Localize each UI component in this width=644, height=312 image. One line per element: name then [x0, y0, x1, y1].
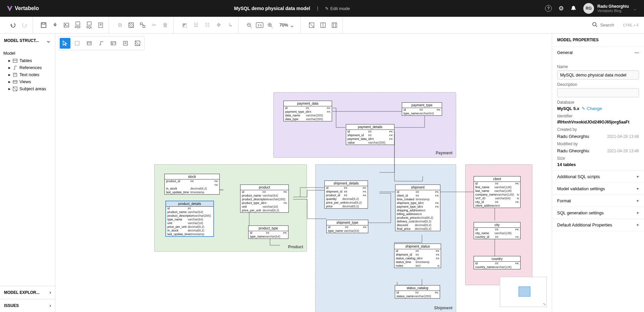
pattern2-icon[interactable] [138, 20, 147, 30]
table-status_catalog[interactable]: status_catalogidintPKstatus_namevarchar(… [395, 285, 440, 299]
table-client[interactable]: clientidintPKfirst_namevarchar(128)last_… [474, 176, 521, 208]
table-header: shipment [395, 185, 440, 190]
change-link[interactable]: Change [587, 106, 602, 111]
toolbar: ⚘ PDF SQL ⧉ ✂ 🗑︎ ◩ ☱ ☷ ❖ ↳ 1:1 70% ⌄ CTR… [0, 17, 644, 34]
table-column: shipping_addresstext [395, 209, 440, 212]
select-tool[interactable] [60, 38, 70, 49]
add-reference-tool[interactable] [96, 38, 107, 49]
delete-icon[interactable]: 🗑︎ [161, 20, 170, 30]
description-input[interactable] [557, 88, 639, 97]
table-header: payment_data [284, 101, 332, 106]
table-city[interactable]: cityidintPKcity_namevarchar(128)country_… [474, 222, 521, 239]
table-shipment[interactable]: shipmentidintPKclient_idintFKtime_create… [395, 185, 440, 231]
add-note-tool[interactable] [120, 38, 131, 49]
table-shipment_status[interactable]: shipment_statusidintPKshipment_idintFKst… [394, 244, 441, 268]
expand-icon: ▸ [8, 79, 11, 84]
route-icon[interactable]: ↳ [225, 20, 235, 30]
table-column: product_idintFK [325, 194, 368, 197]
area-icon [13, 87, 17, 91]
table-country[interactable]: countryidintPKcountry_namevarchar(128) [474, 256, 521, 269]
logo[interactable]: Vertabelo [7, 5, 39, 11]
svg-rect-46 [123, 41, 127, 45]
document-icon[interactable] [96, 20, 105, 30]
add-area-tool[interactable] [132, 38, 143, 49]
table-column: idintPK [474, 182, 520, 186]
tree-root[interactable]: Model [3, 49, 52, 57]
minimap[interactable]: ⤡ [500, 277, 547, 307]
table-column: product_descriptionvarchar(255) [166, 214, 213, 218]
format-section[interactable]: Format+ [552, 195, 644, 207]
issues-header[interactable]: ISSUES› [0, 299, 55, 312]
table-product_details[interactable]: product_detailsidintproduct_namevarchar(… [165, 201, 214, 237]
sql-button[interactable]: SQL [85, 20, 94, 30]
table-column: product_descriptionvarchar(255) [240, 198, 288, 201]
zoom-in-button[interactable] [265, 20, 275, 30]
table-shipment_type[interactable]: shipment_typeidintPKtype_namevarchar(64) [326, 220, 368, 233]
bell-icon[interactable]: 🔔︎ [571, 5, 577, 12]
align1-icon[interactable]: ◩ [180, 20, 189, 30]
zoom-out-button[interactable] [245, 20, 254, 30]
tree-views[interactable]: ▸Views [3, 78, 52, 85]
edit-mode-button[interactable]: ✎ Edit mode [325, 6, 350, 11]
kebab-icon[interactable]: ⋮ [315, 6, 320, 11]
table-payment_data[interactable]: payment_dataidintPKpayment_type_idintFKd… [283, 101, 332, 121]
table-product[interactable]: productidintPKproduct_namevarchar(64)pro… [240, 185, 289, 213]
marquee-tool[interactable] [72, 38, 83, 49]
tree-tables[interactable]: ▸Tables [3, 57, 52, 64]
view2-icon[interactable] [318, 20, 328, 30]
model-structure-header[interactable]: MODEL STRUCT...⌄ [0, 34, 55, 48]
zoom-fit-button[interactable]: 1:1 [256, 22, 263, 28]
sql-scripts-section[interactable]: Additional SQL scripts+ [552, 171, 644, 183]
add-table-tool[interactable] [84, 38, 95, 49]
save-icon[interactable] [39, 20, 48, 30]
align2-icon[interactable]: ☱ [191, 20, 201, 30]
default-props-section[interactable]: Default Additional Properties+ [552, 219, 644, 231]
table-stock[interactable]: stockproduct_idintPK FKin_stockdecimal(8… [164, 174, 220, 195]
table-column: data_namevarchar(255) [284, 114, 332, 117]
table-payment_type[interactable]: payment_typeidintPKtype_namevarchar(64) [402, 102, 442, 116]
sql-gen-section[interactable]: SQL generation settings+ [552, 207, 644, 219]
plus-icon: + [636, 186, 639, 191]
layers-icon[interactable]: ❖ [214, 20, 223, 30]
svg-rect-13 [140, 23, 142, 25]
plus-icon: + [636, 210, 639, 215]
zoom-dropdown[interactable]: 70% ⌄ [277, 21, 297, 29]
align3-icon[interactable]: ☷ [203, 20, 212, 30]
validation-section[interactable]: Model validation settings+ [552, 183, 644, 195]
copy-icon[interactable]: ⧉ [115, 20, 124, 30]
search-input[interactable] [600, 22, 620, 28]
table-product_type[interactable]: product_typeidintPKtype_namevarchar(64) [248, 225, 288, 239]
table-column: type_namevarchar(64) [249, 235, 288, 239]
user-menu[interactable]: RG Radu Gheorghiu Vertabelo Blog ⌄ [583, 3, 637, 14]
name-input[interactable] [557, 70, 639, 80]
help-icon[interactable]: ? [545, 5, 552, 12]
pattern1-icon[interactable] [126, 20, 136, 30]
table-shipment_details[interactable]: shipment_detailsidintPKshipment_idintFKp… [324, 180, 368, 209]
general-section[interactable]: General— [552, 47, 644, 58]
canvas[interactable]: Payment Product Shipment Client [55, 34, 552, 312]
undo-button[interactable] [8, 20, 18, 30]
redo-button[interactable] [20, 20, 29, 30]
resize-icon[interactable]: ⤡ [543, 302, 546, 306]
pdf-button[interactable]: PDF [73, 20, 83, 30]
cut-icon[interactable]: ✂ [149, 20, 159, 30]
table-payment_details[interactable]: payment_detailsidintPKshipment_idintFKpa… [346, 124, 394, 145]
share-icon[interactable]: ⚘ [50, 20, 60, 30]
expand-icon: ▸ [8, 72, 11, 77]
svg-rect-40 [75, 41, 79, 45]
add-view-tool[interactable] [108, 38, 119, 49]
tree-areas[interactable]: ▸Subject areas [3, 85, 52, 92]
model-explorer-header[interactable]: MODEL EXPLOR...› [0, 286, 55, 299]
view1-icon[interactable] [307, 20, 316, 30]
table-column: delivery_costdecimal(8,2) [395, 220, 440, 223]
tree-references[interactable]: ▸References [3, 64, 52, 71]
image-icon[interactable] [62, 20, 71, 30]
avatar: RG [583, 3, 594, 14]
view3-icon[interactable] [330, 20, 339, 30]
gear-icon[interactable]: ⚙ [558, 5, 564, 12]
tree-textnotes[interactable]: ▸Text notes [3, 71, 52, 78]
svg-rect-14 [143, 25, 145, 28]
table-column: idintPK [474, 228, 520, 231]
properties-header: MODEL PROPERTIES [552, 34, 644, 47]
expand-icon: ▸ [8, 86, 11, 91]
